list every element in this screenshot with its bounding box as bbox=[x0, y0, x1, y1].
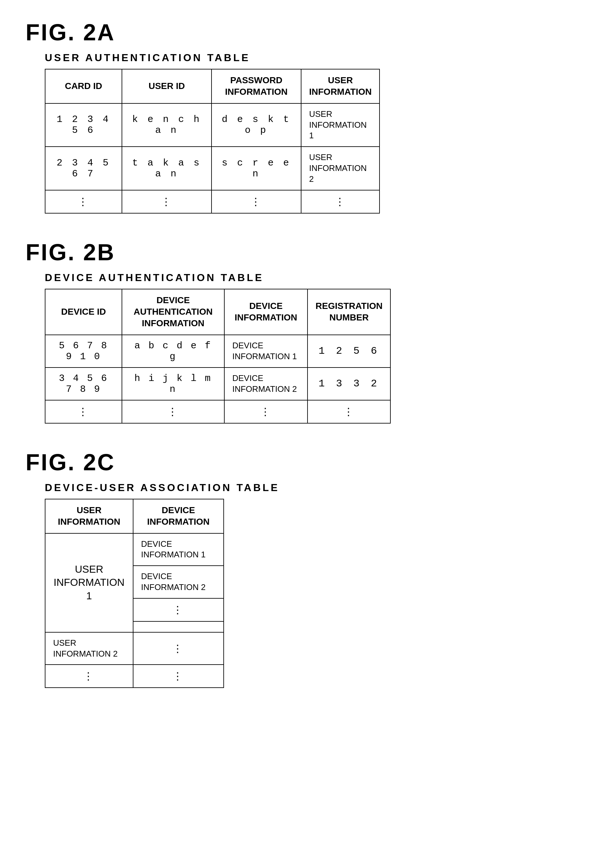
table-row: 2 3 4 5 6 7 t a k a s a n s c r e e n US… bbox=[45, 146, 380, 190]
user-id-2: t a k a s a n bbox=[122, 146, 212, 190]
dots-device-extra bbox=[133, 621, 224, 632]
dots-device-3: ⋮ bbox=[133, 632, 224, 665]
dots-3: ⋮ bbox=[212, 190, 301, 213]
fig2b-col-device-info: DEVICEINFORMATION bbox=[224, 289, 308, 335]
fig2b-col-auth-info: DEVICEAUTHENTICATIONINFORMATION bbox=[122, 289, 224, 335]
dots-device-4: ⋮ bbox=[133, 665, 224, 688]
fig2c-title: FIG. 2C bbox=[25, 449, 591, 475]
fig2a-section: FIG. 2A USER AUTHENTICATION TABLE CARD I… bbox=[25, 19, 591, 214]
fig2c-table-title: DEVICE-USER ASSOCIATION TABLE bbox=[45, 482, 591, 494]
fig2a-col-card-id: CARD ID bbox=[45, 69, 122, 104]
card-id-2: 2 3 4 5 6 7 bbox=[45, 146, 122, 190]
fig2a-col-password: PASSWORDINFORMATION bbox=[212, 69, 301, 104]
fig2a-title: FIG. 2A bbox=[25, 19, 591, 46]
device-info-2: DEVICEINFORMATION 2 bbox=[133, 566, 224, 598]
table-row: 3 4 5 6 7 8 9 h i j k l m n DEVICEINFORM… bbox=[45, 368, 390, 400]
fig2c-row-dots: ⋮ ⋮ bbox=[45, 665, 224, 688]
user-id-1: k e n c h a n bbox=[122, 104, 212, 146]
dots-4: ⋮ bbox=[301, 190, 380, 213]
user-info-2: USERINFORMATION 2 bbox=[301, 146, 380, 190]
device-id-1: 5 6 7 8 9 1 0 bbox=[45, 335, 122, 368]
card-id-1: 1 2 3 4 5 6 bbox=[45, 104, 122, 146]
device-info-2: DEVICEINFORMATION 2 bbox=[224, 368, 308, 400]
user-information-1: USERINFORMATION 1 bbox=[45, 533, 133, 632]
dots-1: ⋮ bbox=[45, 190, 122, 213]
fig2b-header-row: DEVICE ID DEVICEAUTHENTICATIONINFORMATIO… bbox=[45, 289, 390, 335]
table-row: 1 2 3 4 5 6 k e n c h a n d e s k t o p … bbox=[45, 104, 380, 146]
user-info-1: USERINFORMATION 1 bbox=[301, 104, 380, 146]
device-info-1: DEVICEINFORMATION 1 bbox=[133, 533, 224, 566]
fig2b-table: DEVICE ID DEVICEAUTHENTICATIONINFORMATIO… bbox=[45, 289, 391, 423]
fig2c-row-5: USERINFORMATION 2 ⋮ bbox=[45, 632, 224, 665]
table-row-dots: ⋮ ⋮ ⋮ ⋮ bbox=[45, 400, 390, 423]
dots-2: ⋮ bbox=[122, 400, 224, 423]
fig2c-table: USERINFORMATION DEVICEINFORMATION USERIN… bbox=[45, 499, 224, 688]
device-info-1: DEVICEINFORMATION 1 bbox=[224, 335, 308, 368]
fig2a-header-row: CARD ID USER ID PASSWORDINFORMATION USER… bbox=[45, 69, 380, 104]
auth-info-2: h i j k l m n bbox=[122, 368, 224, 400]
fig2a-table: CARD ID USER ID PASSWORDINFORMATION USER… bbox=[45, 69, 380, 214]
dots-3: ⋮ bbox=[224, 400, 308, 423]
fig2b-table-title: DEVICE AUTHENTICATION TABLE bbox=[45, 272, 591, 284]
fig2c-header-row: USERINFORMATION DEVICEINFORMATION bbox=[45, 499, 224, 533]
auth-info-1: a b c d e f g bbox=[122, 335, 224, 368]
fig2a-table-title: USER AUTHENTICATION TABLE bbox=[45, 52, 591, 64]
dots-user: ⋮ bbox=[45, 665, 133, 688]
device-id-2: 3 4 5 6 7 8 9 bbox=[45, 368, 122, 400]
reg-number-1: 1 2 5 6 bbox=[308, 335, 390, 368]
dots-4: ⋮ bbox=[308, 400, 390, 423]
password-2: s c r e e n bbox=[212, 146, 301, 190]
fig2c-col-user-info: USERINFORMATION bbox=[45, 499, 133, 533]
fig2c-section: FIG. 2C DEVICE-USER ASSOCIATION TABLE US… bbox=[25, 449, 591, 688]
dots-1: ⋮ bbox=[45, 400, 122, 423]
fig2c-row-1: USERINFORMATION 1 DEVICEINFORMATION 1 bbox=[45, 533, 224, 566]
table-row-dots: ⋮ ⋮ ⋮ ⋮ bbox=[45, 190, 380, 213]
fig2b-col-device-id: DEVICE ID bbox=[45, 289, 122, 335]
fig2b-col-reg-number: REGISTRATIONNUMBER bbox=[308, 289, 390, 335]
user-information-2: USERINFORMATION 2 bbox=[45, 632, 133, 665]
fig2a-col-user-id: USER ID bbox=[122, 69, 212, 104]
table-row: 5 6 7 8 9 1 0 a b c d e f g DEVICEINFORM… bbox=[45, 335, 390, 368]
fig2c-col-device-info: DEVICEINFORMATION bbox=[133, 499, 224, 533]
fig2b-section: FIG. 2B DEVICE AUTHENTICATION TABLE DEVI… bbox=[25, 239, 591, 423]
fig2a-col-user-info: USERINFORMATION bbox=[301, 69, 380, 104]
password-1: d e s k t o p bbox=[212, 104, 301, 146]
fig2b-title: FIG. 2B bbox=[25, 239, 591, 266]
dots-device: ⋮ bbox=[133, 598, 224, 621]
reg-number-2: 1 3 3 2 bbox=[308, 368, 390, 400]
dots-2: ⋮ bbox=[122, 190, 212, 213]
